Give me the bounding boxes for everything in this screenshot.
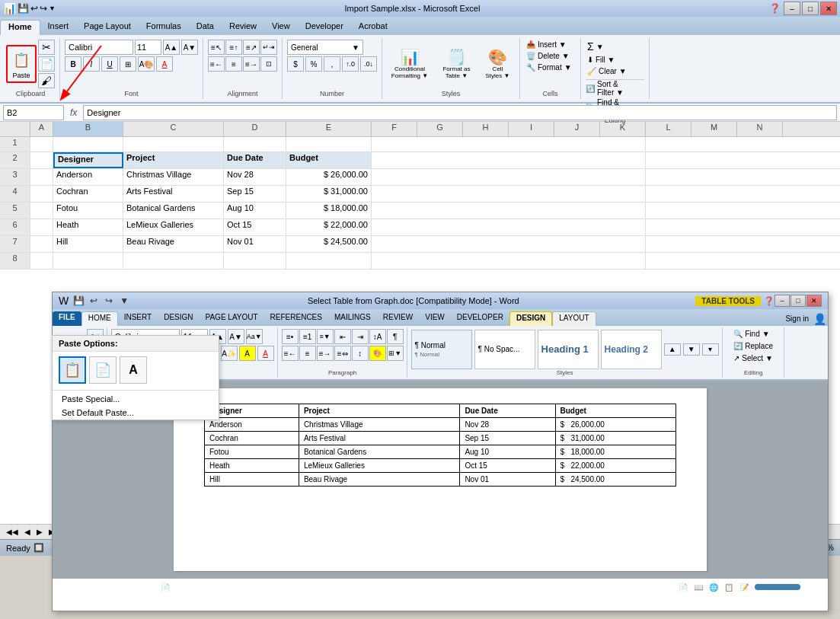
- qat-save[interactable]: 💾: [18, 3, 29, 14]
- cell-A6[interactable]: [30, 219, 53, 235]
- cell-F2[interactable]: [372, 152, 646, 168]
- word-tab-insert[interactable]: INSERT: [118, 311, 158, 326]
- cell-C7[interactable]: Beau Rivage: [123, 236, 224, 252]
- word-text-effects[interactable]: A✨: [221, 346, 238, 361]
- align-top-right[interactable]: ≡↗: [243, 40, 260, 55]
- word-sort[interactable]: ↕A: [369, 329, 386, 344]
- word-table-header-project[interactable]: Project: [299, 404, 460, 418]
- word-tab-file[interactable]: FILE: [53, 311, 81, 326]
- word-align-right[interactable]: ≡→: [317, 346, 334, 361]
- help-btn[interactable]: ❓: [769, 3, 781, 14]
- word-cell[interactable]: Fotou: [205, 445, 299, 459]
- word-view-outline[interactable]: 📋: [724, 583, 733, 592]
- word-highlight[interactable]: A: [239, 346, 256, 361]
- conditional-formatting-btn[interactable]: 📊 ConditionalFormatting ▼: [387, 48, 433, 80]
- cell-E2[interactable]: Budget: [286, 152, 372, 168]
- col-H[interactable]: H: [463, 122, 509, 136]
- cell-D7[interactable]: Nov 01: [224, 236, 286, 252]
- word-view-draft[interactable]: 📝: [739, 583, 749, 592]
- merge-cells[interactable]: ⊡: [260, 56, 277, 72]
- word-cell[interactable]: Arts Festival: [299, 432, 460, 445]
- word-tab-mailings[interactable]: MAILINGS: [328, 311, 377, 326]
- word-font-shrink[interactable]: A▼: [228, 329, 244, 344]
- word-cell[interactable]: Hill: [205, 473, 299, 487]
- word-bullets[interactable]: ≡•: [282, 329, 299, 344]
- cell-F6[interactable]: [372, 219, 646, 235]
- word-cell[interactable]: Cochran: [205, 432, 299, 445]
- word-redo-btn[interactable]: ↪: [102, 294, 116, 308]
- word-cell[interactable]: Botanical Gardens: [299, 445, 460, 459]
- qat-redo[interactable]: ↪: [40, 3, 47, 14]
- format-as-table-btn[interactable]: 🗒️ Format asTable ▼: [436, 48, 477, 80]
- minimize-btn[interactable]: –: [784, 2, 800, 15]
- word-cell[interactable]: Beau Rivage: [299, 473, 460, 487]
- style-heading2[interactable]: Heading 2: [601, 330, 662, 369]
- tab-acrobat[interactable]: Acrobat: [351, 20, 395, 35]
- paste-text-only-btn[interactable]: A: [120, 356, 147, 384]
- word-table-header-duedate[interactable]: Due Date: [460, 404, 555, 418]
- word-tab-review[interactable]: REVIEW: [377, 311, 419, 326]
- cell-C3[interactable]: Christmas Village: [123, 169, 224, 185]
- copy-button[interactable]: 📄: [38, 56, 55, 72]
- tab-data[interactable]: Data: [189, 20, 222, 35]
- sort-filter-btn[interactable]: 🔃Sort &Filter ▼: [586, 80, 644, 97]
- tab-developer[interactable]: Developer: [298, 20, 351, 35]
- word-cell[interactable]: $ 18,000.00: [555, 445, 676, 459]
- cell-B3[interactable]: Anderson: [53, 169, 123, 185]
- col-L[interactable]: L: [646, 122, 691, 136]
- word-border[interactable]: ⊞▼: [387, 346, 404, 361]
- tab-review[interactable]: Review: [222, 20, 264, 35]
- word-tab-table-layout[interactable]: LAYOUT: [552, 311, 596, 326]
- align-center[interactable]: ≡: [225, 56, 242, 72]
- cell-B5[interactable]: Fotou: [53, 203, 123, 219]
- set-default-paste-item[interactable]: Set Default Paste...: [53, 406, 219, 420]
- cell-D5[interactable]: Aug 10: [224, 203, 286, 219]
- word-cell[interactable]: $ 31,000.00: [555, 432, 676, 445]
- tab-formulas[interactable]: Formulas: [139, 20, 189, 35]
- word-tab-view[interactable]: VIEW: [419, 311, 451, 326]
- col-C[interactable]: C: [123, 122, 224, 136]
- cell-F8[interactable]: [372, 253, 646, 269]
- cell-E7[interactable]: $ 24,500.00: [286, 236, 372, 252]
- word-close-btn[interactable]: ✕: [806, 295, 822, 307]
- cell-A7[interactable]: [30, 236, 53, 252]
- word-cell[interactable]: $ 24,500.00: [555, 473, 676, 487]
- cell-D6[interactable]: Oct 15: [224, 219, 286, 235]
- align-right[interactable]: ≡→: [243, 56, 260, 72]
- cell-B6[interactable]: Heath: [53, 219, 123, 235]
- word-tab-developer[interactable]: DEVELOPER: [451, 311, 509, 326]
- align-left[interactable]: ≡←: [208, 56, 225, 72]
- decrease-decimal[interactable]: .0↓: [360, 56, 377, 72]
- cell-D4[interactable]: Sep 15: [224, 186, 286, 202]
- word-cell[interactable]: Nov 28: [460, 418, 555, 432]
- style-normal[interactable]: ¶ Normal ¶ Normal: [411, 330, 472, 369]
- word-select-btn[interactable]: ↗Select▼: [732, 353, 775, 363]
- tab-page-layout[interactable]: Page Layout: [76, 20, 139, 35]
- fill-color-button[interactable]: A🎨: [138, 56, 155, 72]
- font-size-input[interactable]: [135, 40, 161, 55]
- fill-btn[interactable]: ⬇Fill ▼: [586, 55, 644, 65]
- format-btn[interactable]: 🔧Format▼: [525, 62, 576, 72]
- sign-in-btn[interactable]: Sign in: [782, 311, 812, 326]
- cell-D3[interactable]: Nov 28: [224, 169, 286, 185]
- word-cell[interactable]: Sep 15: [460, 432, 555, 445]
- cell-F4[interactable]: [372, 186, 646, 202]
- increase-decimal[interactable]: ↑.0: [342, 56, 359, 72]
- col-D[interactable]: D: [224, 122, 286, 136]
- paste-special-item[interactable]: Paste Special...: [53, 392, 219, 406]
- tab-home[interactable]: Home: [0, 20, 40, 35]
- sheet-nav-prev[interactable]: ◀: [21, 528, 34, 536]
- autosum-btn[interactable]: Σ▼: [586, 40, 644, 53]
- col-A[interactable]: A: [30, 122, 53, 136]
- word-align-center[interactable]: ≡: [299, 346, 316, 361]
- cell-A3[interactable]: [30, 169, 53, 185]
- cell-A8[interactable]: [30, 253, 53, 269]
- cell-B8[interactable]: [53, 253, 123, 269]
- col-N[interactable]: N: [737, 122, 783, 136]
- word-view-print[interactable]: 📄: [679, 583, 688, 592]
- delete-btn[interactable]: 🗑️Delete ▼: [525, 51, 576, 61]
- font-color-button[interactable]: A: [156, 56, 173, 72]
- number-format-box[interactable]: General ▼: [287, 40, 363, 55]
- word-align-left[interactable]: ≡←: [282, 346, 299, 361]
- cell-C2[interactable]: Project: [123, 152, 224, 168]
